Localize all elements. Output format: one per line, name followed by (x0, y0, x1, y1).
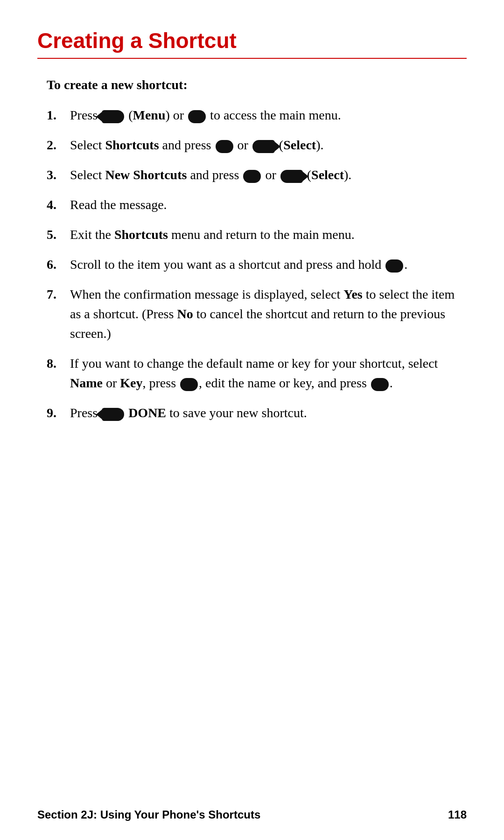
center-button-2-icon (216, 140, 233, 153)
center-button-5-icon (180, 378, 198, 391)
select-button-1-icon (252, 140, 275, 153)
step-4: 4. Read the message. (47, 195, 467, 215)
step-1-content: Press (Menu) or to access the main menu. (70, 105, 467, 125)
key-label: Key (120, 376, 142, 390)
step-2-content: Select Shortcuts and press or (Select). (70, 135, 467, 155)
select-label-1: Select (283, 138, 316, 152)
step-7-content: When the confirmation message is display… (70, 285, 467, 343)
step-8: 8. If you want to change the default nam… (47, 354, 467, 393)
select-label-2: Select (311, 168, 344, 182)
step-9-content: Press DONE to save your new shortcut. (70, 403, 467, 423)
step-7: 7. When the confirmation message is disp… (47, 285, 467, 343)
step-2: 2. Select Shortcuts and press or (Select… (47, 135, 467, 155)
step-8-content: If you want to change the default name o… (70, 354, 467, 393)
page-container: Creating a Shortcut To create a new shor… (0, 0, 504, 840)
page-title: Creating a Shortcut (37, 28, 467, 53)
shortcuts-label-5: Shortcuts (114, 227, 168, 242)
step-6: 6. Scroll to the item you want as a shor… (47, 255, 467, 274)
step-5-content: Exit the Shortcuts menu and return to th… (70, 225, 467, 245)
page-footer: Section 2J: Using Your Phone's Shortcuts… (37, 808, 467, 821)
step-4-number: 4. (47, 195, 70, 215)
center-button-6-icon (371, 378, 389, 391)
footer-page-number: 118 (448, 808, 467, 821)
step-2-number: 2. (47, 135, 70, 155)
title-divider (37, 58, 467, 59)
steps-list: 1. Press (Menu) or to access the main me… (47, 105, 467, 433)
step-5: 5. Exit the Shortcuts menu and return to… (47, 225, 467, 245)
step-9: 9. Press DONE to save your new shortcut. (47, 403, 467, 423)
shortcuts-label-2: Shortcuts (105, 138, 159, 152)
step-7-number: 7. (47, 285, 70, 304)
select-button-2-icon (280, 170, 303, 183)
menu-button-icon (102, 110, 124, 123)
step-9-number: 9. (47, 403, 70, 423)
new-shortcuts-label: New Shortcuts (105, 168, 187, 182)
step-6-number: 6. (47, 255, 70, 274)
step-3: 3. Select New Shortcuts and press or (Se… (47, 165, 467, 185)
done-button-icon (102, 408, 124, 421)
yes-label: Yes (343, 287, 362, 301)
intro-text: To create a new shortcut: (47, 77, 467, 92)
step-6-content: Scroll to the item you want as a shortcu… (70, 255, 467, 274)
step-3-content: Select New Shortcuts and press or (Selec… (70, 165, 467, 185)
step-8-number: 8. (47, 354, 70, 373)
menu-label: Menu (133, 108, 165, 122)
step-4-content: Read the message. (70, 195, 467, 215)
step-3-number: 3. (47, 165, 70, 185)
center-button-1-icon (188, 110, 206, 123)
center-button-3-icon (243, 170, 261, 183)
step-1-number: 1. (47, 105, 70, 125)
step-1: 1. Press (Menu) or to access the main me… (47, 105, 467, 125)
name-label: Name (70, 376, 103, 390)
done-label: DONE (128, 406, 166, 420)
step-5-number: 5. (47, 225, 70, 245)
footer-section-label: Section 2J: Using Your Phone's Shortcuts (37, 808, 260, 821)
no-label: No (177, 307, 193, 321)
center-button-4-icon (385, 259, 403, 273)
